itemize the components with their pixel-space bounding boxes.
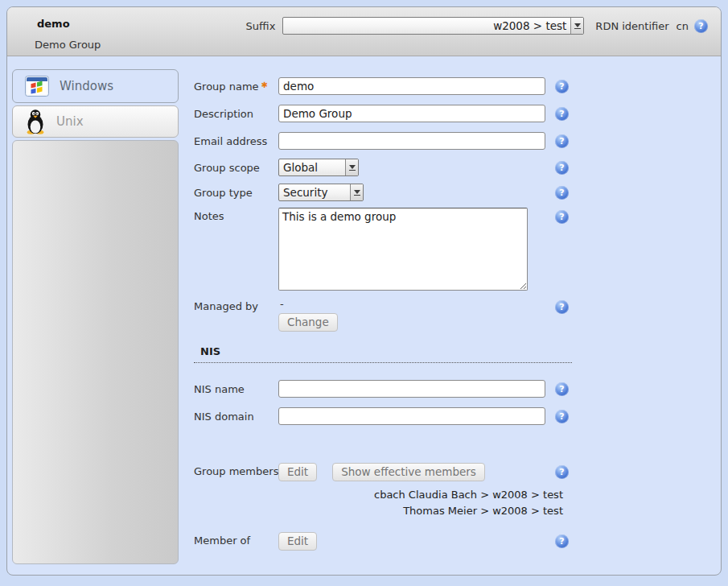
email-input[interactable] [278, 132, 545, 150]
nis-domain-input[interactable] [278, 407, 545, 425]
member-of-row: Member of Edit ? [194, 532, 572, 551]
group-editor-window: demo Demo Group Suffix w2008 > test RDN … [6, 6, 722, 576]
notes-textarea[interactable]: This is a demo group [278, 208, 528, 291]
chevron-down-icon [345, 159, 358, 175]
description-row: Description ? [194, 105, 572, 122]
notes-label: Notes [194, 208, 278, 222]
help-icon[interactable]: ? [694, 19, 708, 33]
nis-name-label: NIS name [194, 383, 278, 395]
help-icon[interactable]: ? [555, 382, 569, 396]
page-title: demo [37, 18, 70, 30]
help-icon[interactable]: ? [555, 410, 569, 423]
rdn-identifier-label: RDN identifier [595, 20, 668, 32]
group-name-label: Group name✱ [194, 80, 278, 93]
nis-section-title: NIS [194, 345, 572, 363]
tab-unix[interactable]: Unix [12, 105, 179, 138]
chevron-down-icon [570, 18, 583, 34]
managed-by-value: - [278, 298, 284, 312]
group-members-edit-button[interactable]: Edit [278, 463, 317, 481]
help-icon[interactable]: ? [555, 134, 569, 148]
group-type-value: Security [279, 186, 350, 199]
member-of-label: Member of [194, 532, 278, 547]
sidebar-panel [12, 140, 179, 564]
help-icon[interactable]: ? [555, 80, 569, 93]
header-bar: demo Demo Group Suffix w2008 > test RDN … [7, 7, 721, 56]
member-item: Thomas Meier > w2008 > test [194, 503, 563, 519]
help-icon[interactable]: ? [555, 107, 569, 121]
description-label: Description [194, 108, 278, 120]
group-form: Group name✱ ? Description ? Email addres… [194, 77, 572, 551]
group-name-input[interactable] [278, 77, 545, 95]
email-label: Email address [194, 135, 278, 147]
sidebar: Windows Unix [12, 69, 179, 564]
nis-domain-row: NIS domain ? [194, 407, 572, 425]
nis-name-input[interactable] [278, 380, 545, 398]
help-icon[interactable]: ? [555, 534, 569, 548]
group-type-label: Group type [194, 187, 278, 199]
help-icon[interactable]: ? [555, 161, 569, 175]
group-type-row: Group type Security ? [194, 184, 572, 201]
group-scope-value: Global [279, 161, 345, 174]
suffix-select-value: w2008 > test [283, 19, 570, 32]
help-icon[interactable]: ? [555, 186, 569, 200]
chevron-down-icon [350, 184, 363, 200]
required-icon: ✱ [261, 80, 268, 89]
change-button[interactable]: Change [278, 313, 338, 332]
group-members-label: Group members [194, 463, 278, 477]
header-controls: Suffix w2008 > test RDN identifier cn ? [246, 17, 708, 35]
suffix-label: Suffix [246, 20, 276, 32]
group-type-select[interactable]: Security [278, 184, 364, 201]
tab-windows-label: Windows [60, 79, 113, 93]
group-scope-select[interactable]: Global [278, 159, 359, 176]
tab-windows[interactable]: Windows [12, 69, 179, 103]
nis-domain-label: NIS domain [194, 411, 278, 423]
group-members-row: Group members Edit Show effective member… [194, 463, 572, 481]
member-item: cbach Claudia Bach > w2008 > test [194, 487, 563, 503]
help-icon[interactable]: ? [555, 210, 569, 224]
member-of-edit-button[interactable]: Edit [278, 532, 317, 551]
member-list: cbach Claudia Bach > w2008 > test Thomas… [194, 487, 563, 519]
rdn-identifier-value: cn [677, 20, 689, 32]
managed-by-row: Managed by - Change ? [194, 298, 572, 332]
description-input[interactable] [278, 105, 545, 122]
notes-row: Notes This is a demo group ? [194, 208, 572, 291]
help-icon[interactable]: ? [555, 300, 569, 314]
nis-name-row: NIS name ? [194, 380, 572, 398]
email-row: Email address ? [194, 132, 572, 150]
suffix-select[interactable]: w2008 > test [282, 17, 584, 35]
page-subtitle: Demo Group [35, 39, 101, 51]
group-scope-row: Group scope Global ? [194, 159, 572, 176]
group-scope-label: Group scope [194, 162, 278, 174]
tux-penguin-icon [25, 109, 46, 134]
group-name-row: Group name✱ ? [194, 77, 572, 95]
tab-unix-label: Unix [56, 114, 84, 129]
managed-by-label: Managed by [194, 298, 278, 312]
show-effective-members-button[interactable]: Show effective members [332, 463, 485, 481]
windows-logo-icon [25, 76, 49, 97]
help-icon[interactable]: ? [555, 465, 569, 479]
